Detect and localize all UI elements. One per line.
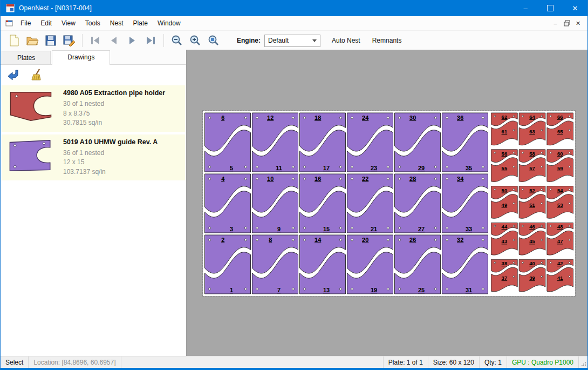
purple-part-pair[interactable]: 2019 xyxy=(347,235,393,294)
red-part-pair[interactable]: 5049 xyxy=(491,186,518,219)
open-file-button[interactable] xyxy=(23,32,42,49)
engine-select[interactable]: Default xyxy=(264,35,320,47)
go-previous-icon xyxy=(108,35,120,46)
red-part-pair[interactable]: 4241 xyxy=(547,259,573,292)
go-previous-button[interactable] xyxy=(105,32,123,49)
go-last-icon xyxy=(145,35,156,46)
purple-part-pair[interactable]: 2423 xyxy=(347,113,393,172)
plate[interactable]: 6512111817242330293635431091615222128273… xyxy=(203,111,575,296)
mdi-close-button[interactable]: ✕ xyxy=(573,18,583,28)
go-next-button[interactable] xyxy=(123,32,141,49)
purple-part-pair[interactable]: 43 xyxy=(205,174,251,233)
purple-part-pair[interactable]: 3029 xyxy=(395,113,441,172)
red-part-pair[interactable]: 4039 xyxy=(519,259,545,292)
red-part-pair[interactable]: 4443 xyxy=(491,223,518,255)
svg-text:2: 2 xyxy=(221,237,224,243)
menu-edit[interactable]: Edit xyxy=(36,17,57,30)
red-part-pair[interactable]: 6665 xyxy=(547,113,573,145)
maximize-button[interactable] xyxy=(538,0,563,16)
red-part-pair[interactable]: 3837 xyxy=(491,259,518,292)
red-part-pair[interactable]: 4847 xyxy=(547,223,573,255)
red-part-pair[interactable]: 5655 xyxy=(491,150,518,182)
drawing-item[interactable]: 4980 A05 Extraction pipe holder 30 of 1 … xyxy=(2,85,185,132)
menu-plate[interactable]: Plate xyxy=(128,17,153,30)
go-last-button[interactable] xyxy=(141,32,160,49)
status-spacer xyxy=(121,356,384,368)
remnants-button[interactable]: Remnants xyxy=(366,33,408,48)
nest-canvas[interactable]: 6512111817242330293635431091615222128273… xyxy=(187,50,587,356)
purple-part-pair[interactable]: 2221 xyxy=(347,174,393,233)
drawing-title: 5019 A10 UHMW guide Rev. A xyxy=(63,138,158,146)
svg-text:54: 54 xyxy=(557,187,563,193)
mdi-restore-button[interactable] xyxy=(562,18,572,28)
svg-text:7: 7 xyxy=(277,287,281,293)
auto-nest-button[interactable]: Auto Nest xyxy=(326,33,366,48)
red-part-pair[interactable]: 4645 xyxy=(519,223,545,255)
svg-text:42: 42 xyxy=(557,260,563,266)
purple-part-pair[interactable]: 3231 xyxy=(442,235,488,294)
svg-text:63: 63 xyxy=(529,129,535,134)
purple-part-pair[interactable]: 1211 xyxy=(252,113,298,172)
purple-part-pair[interactable]: 1615 xyxy=(300,174,346,233)
save-button[interactable] xyxy=(42,32,60,49)
svg-text:15: 15 xyxy=(323,226,330,232)
menu-tools[interactable]: Tools xyxy=(80,17,105,30)
svg-text:33: 33 xyxy=(466,226,472,232)
status-qty: Qty: 1 xyxy=(480,356,507,368)
drawing-area: 103.7137 sq/in xyxy=(63,167,158,177)
purple-part-pair[interactable]: 87 xyxy=(252,235,298,294)
purple-part-pair[interactable]: 2827 xyxy=(395,174,441,233)
nest-plate-svg[interactable]: 6512111817242330293635431091615222128273… xyxy=(203,111,575,296)
save-as-button[interactable] xyxy=(60,32,78,49)
svg-text:41: 41 xyxy=(557,275,563,281)
document-icon[interactable] xyxy=(5,19,13,27)
zoom-fit-button[interactable] xyxy=(204,32,223,49)
red-part-pair[interactable]: 5857 xyxy=(519,150,545,182)
purple-part-pair[interactable]: 21 xyxy=(205,235,251,294)
mdi-minimize-button[interactable]: – xyxy=(550,18,560,28)
maximize-icon xyxy=(547,5,553,11)
svg-text:62: 62 xyxy=(502,114,508,120)
menu-window[interactable]: Window xyxy=(153,17,186,30)
red-part-pair[interactable]: 6463 xyxy=(519,113,545,145)
part-thumbnail xyxy=(5,89,57,124)
svg-text:46: 46 xyxy=(529,224,535,230)
tab-drawings[interactable]: Drawings xyxy=(52,50,110,65)
toolbar: Engine: Default Auto Nest Remnants xyxy=(1,31,587,51)
svg-text:49: 49 xyxy=(502,202,508,208)
red-part-pair[interactable]: 6261 xyxy=(491,113,518,145)
resize-grip[interactable] xyxy=(579,356,587,368)
chevron-down-icon xyxy=(312,39,317,42)
window-controls: – ✕ xyxy=(513,0,587,16)
return-arrow-button[interactable] xyxy=(6,68,21,82)
menu-file[interactable]: File xyxy=(16,17,36,30)
purple-part-pair[interactable]: 2625 xyxy=(395,235,441,294)
zoom-in-button[interactable] xyxy=(186,32,204,49)
svg-text:37: 37 xyxy=(502,275,508,281)
purple-part-pair[interactable]: 3635 xyxy=(442,113,488,172)
red-part-pair[interactable]: 5251 xyxy=(519,186,545,219)
minimize-button[interactable]: – xyxy=(513,0,538,16)
zoom-out-button[interactable] xyxy=(168,32,186,49)
sidebar-toolbar xyxy=(1,65,186,84)
purple-part-pair[interactable]: 65 xyxy=(205,113,251,172)
svg-text:44: 44 xyxy=(502,224,508,230)
purple-part-pair[interactable]: 1413 xyxy=(300,235,346,294)
menu-nest[interactable]: Nest xyxy=(105,17,128,30)
purple-part-pair[interactable]: 1817 xyxy=(300,113,346,172)
red-part-pair[interactable]: 6059 xyxy=(547,150,573,182)
window-bottom-border xyxy=(1,368,587,370)
broom-button[interactable] xyxy=(30,68,45,82)
new-file-button[interactable] xyxy=(5,32,23,49)
mdi-window-controls: – ✕ xyxy=(550,18,587,28)
purple-part-pair[interactable]: 3433 xyxy=(442,174,488,233)
drawing-item[interactable]: 5019 A10 UHMW guide Rev. A 36 of 1 neste… xyxy=(2,134,185,181)
close-button[interactable]: ✕ xyxy=(563,0,587,16)
svg-text:43: 43 xyxy=(502,238,508,244)
menu-view[interactable]: View xyxy=(57,17,80,30)
purple-part-pair[interactable]: 109 xyxy=(252,174,298,233)
tab-plates[interactable]: Plates xyxy=(2,51,51,64)
red-part-pair[interactable]: 5453 xyxy=(547,186,573,219)
svg-text:18: 18 xyxy=(314,115,321,121)
go-first-button[interactable] xyxy=(86,32,105,49)
